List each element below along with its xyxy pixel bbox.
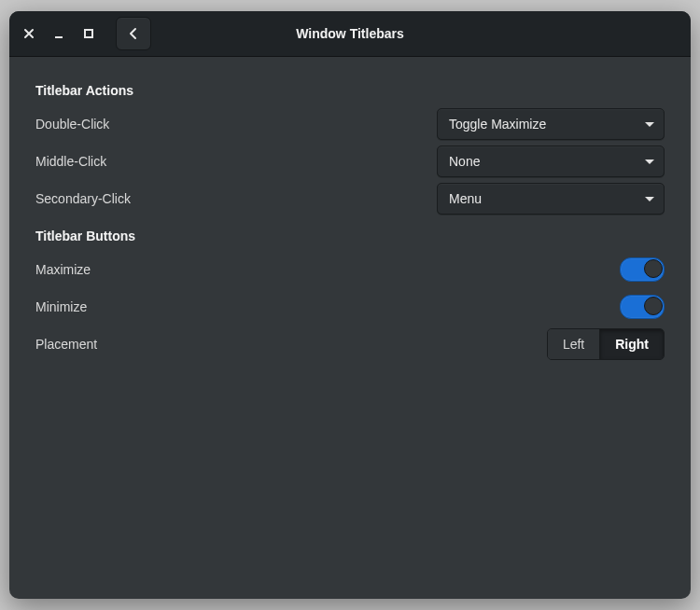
page-title: Window Titlebars xyxy=(9,26,691,41)
dropdown-double-click-value: Toggle Maximize xyxy=(449,117,546,132)
dropdown-double-click[interactable]: Toggle Maximize xyxy=(437,108,665,140)
label-placement: Placement xyxy=(35,337,97,352)
chevron-down-icon xyxy=(645,197,654,201)
dropdown-middle-click-value: None xyxy=(449,154,480,169)
svg-rect-0 xyxy=(55,36,63,38)
content-area: Titlebar Actions Double-Click Toggle Max… xyxy=(9,57,691,599)
row-placement: Placement Left Right xyxy=(35,327,665,361)
dropdown-secondary-click-value: Menu xyxy=(449,191,482,206)
section-title-actions: Titlebar Actions xyxy=(35,83,665,98)
row-secondary-click: Secondary-Click Menu xyxy=(35,182,665,215)
window-maximize-button[interactable] xyxy=(77,21,101,46)
settings-window: Window Titlebars Titlebar Actions Double… xyxy=(9,11,691,599)
switch-maximize[interactable] xyxy=(620,257,665,282)
dropdown-secondary-click[interactable]: Menu xyxy=(437,183,665,215)
segment-placement-right[interactable]: Right xyxy=(600,329,664,359)
label-maximize: Maximize xyxy=(35,262,91,277)
row-minimize: Minimize xyxy=(35,290,665,324)
headerbar: Window Titlebars xyxy=(9,11,691,57)
chevron-down-icon xyxy=(645,122,654,127)
maximize-icon xyxy=(83,28,94,39)
label-secondary-click: Secondary-Click xyxy=(35,191,131,206)
switch-knob xyxy=(644,259,663,278)
label-double-click: Double-Click xyxy=(35,117,109,132)
chevron-left-icon xyxy=(127,27,140,40)
chevron-down-icon xyxy=(645,159,654,164)
switch-minimize[interactable] xyxy=(620,295,665,319)
minimize-icon xyxy=(53,28,64,39)
section-title-buttons: Titlebar Buttons xyxy=(35,229,665,243)
label-minimize: Minimize xyxy=(35,299,87,314)
switch-knob xyxy=(644,297,663,315)
row-middle-click: Middle-Click None xyxy=(35,145,665,178)
row-maximize: Maximize xyxy=(35,253,665,286)
window-close-button[interactable] xyxy=(17,21,41,46)
svg-rect-1 xyxy=(85,30,92,37)
window-minimize-button[interactable] xyxy=(47,21,71,46)
close-icon xyxy=(23,28,35,39)
segmented-placement: Left Right xyxy=(547,328,665,360)
dropdown-middle-click[interactable]: None xyxy=(437,146,665,177)
label-middle-click: Middle-Click xyxy=(35,154,106,169)
back-button[interactable] xyxy=(116,17,151,50)
row-double-click: Double-Click Toggle Maximize xyxy=(35,107,665,141)
segment-placement-left[interactable]: Left xyxy=(548,329,600,359)
